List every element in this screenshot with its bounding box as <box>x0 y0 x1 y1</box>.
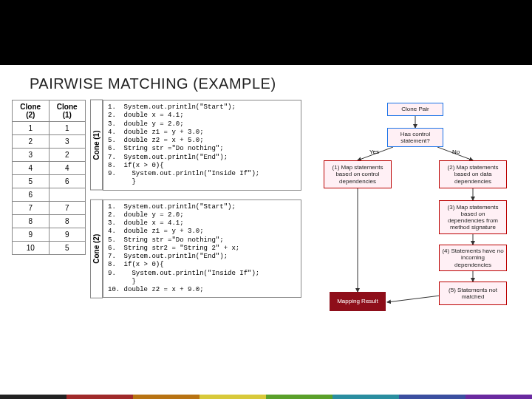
table-cell: 7 <box>13 202 50 215</box>
table-cell: 1 <box>49 122 86 135</box>
table-header-clone1: Clone (1) <box>49 100 86 122</box>
table-cell: 6 <box>13 188 50 202</box>
page-title: PAIRWISE MATCHING (EXAMPLE) <box>0 65 532 100</box>
code2: 1. System.out.println("Start"); 2. doubl… <box>103 200 301 299</box>
table-cell: 7 <box>49 202 86 215</box>
table-cell: 1 <box>13 122 50 135</box>
table-cell: 2 <box>49 149 86 162</box>
table-cell: 5 <box>13 175 50 188</box>
table-cell: 9 <box>49 228 86 242</box>
top-banner <box>0 0 532 65</box>
node-step-4: (4) Statements have no incoming dependen… <box>439 245 507 271</box>
code2-label: Cone (2) <box>90 200 103 299</box>
table-cell: 5 <box>49 242 86 255</box>
code-block-1: Cone (1) 1. System.out.println("Start");… <box>90 100 301 191</box>
table-cell: 6 <box>49 175 86 188</box>
flowchart: Clone Pair Has control statement? Yes No… <box>306 100 526 298</box>
table-cell: 10 <box>13 242 50 255</box>
code-panels: Cone (1) 1. System.out.println("Start");… <box>90 100 301 298</box>
code1-label: Cone (1) <box>90 100 103 191</box>
node-mapping-result: Mapping Result <box>330 292 386 311</box>
edge-no: No <box>452 149 460 155</box>
node-step-5: (5) Statements not matched <box>439 282 507 305</box>
code-block-2: Cone (2) 1. System.out.println("Start");… <box>90 200 301 299</box>
theme-colorbar <box>0 395 532 399</box>
table-cell: 8 <box>13 215 50 228</box>
content-area: Clone (2) Clone (1) 11233244566778899105… <box>0 100 532 298</box>
code1: 1. System.out.println("Start"); 2. doubl… <box>103 100 301 191</box>
table-cell: 4 <box>13 162 50 175</box>
mapping-table: Clone (2) Clone (1) 11233244566778899105 <box>12 100 86 255</box>
table-cell <box>49 188 86 202</box>
table-header-clone2: Clone (2) <box>13 100 50 122</box>
table-cell: 8 <box>49 215 86 228</box>
edge-yes: Yes <box>369 149 379 155</box>
table-cell: 3 <box>49 135 86 149</box>
table-cell: 9 <box>13 228 50 242</box>
node-has-control: Has control statement? <box>387 128 443 147</box>
node-step-3: (3) Map statements based on dependencies… <box>439 200 507 234</box>
node-step-1: (1) Map statements based on control depe… <box>324 160 392 188</box>
node-step-2: (2) Map statements based on data depende… <box>439 160 507 188</box>
node-clone-pair: Clone Pair <box>387 103 443 116</box>
svg-line-7 <box>387 295 446 302</box>
table-cell: 3 <box>13 149 50 162</box>
table-cell: 4 <box>49 162 86 175</box>
mapping-table-panel: Clone (2) Clone (1) 11233244566778899105 <box>12 100 86 298</box>
table-cell: 2 <box>13 135 50 149</box>
